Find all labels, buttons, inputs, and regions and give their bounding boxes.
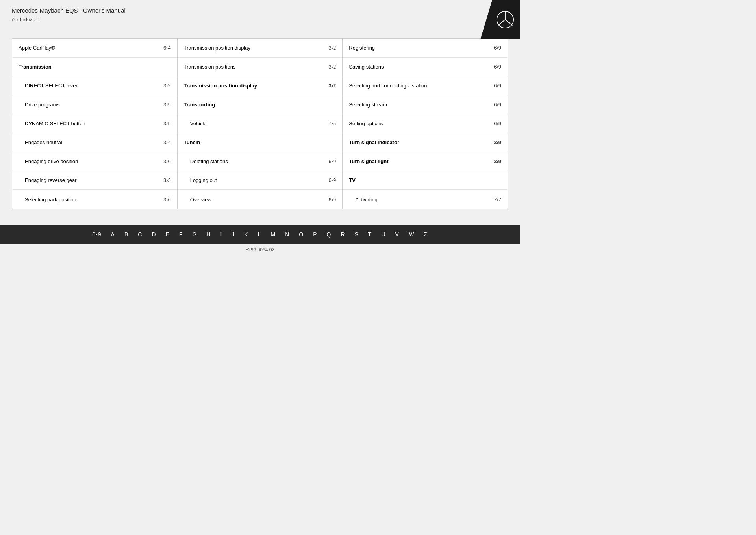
alphabet-nav: 0-9 A B C D E F G H I J K L M N O P Q R …: [0, 225, 520, 244]
logging-out-label: Logging out: [190, 177, 326, 183]
engaging-reverse-label: Engaging reverse gear: [25, 177, 160, 183]
direct-select-page: 3›2: [163, 83, 171, 89]
turn-signal-light-page: 3›9: [494, 158, 501, 164]
selecting-park-page: 3›6: [163, 197, 171, 202]
turn-signal-indicator-label: Turn signal indicator: [349, 139, 491, 145]
selecting-park-label: Selecting park position: [25, 197, 160, 202]
alpha-U[interactable]: U: [376, 230, 390, 238]
alpha-W[interactable]: W: [404, 230, 419, 238]
direct-select-entry[interactable]: DIRECT SELECT lever 3›2: [12, 76, 177, 95]
alpha-A[interactable]: A: [106, 230, 120, 238]
alpha-L[interactable]: L: [253, 230, 266, 238]
tv-label: TV: [349, 177, 501, 183]
selecting-connecting-entry[interactable]: Selecting and connecting a station 6›9: [343, 76, 508, 95]
sep1: ›: [17, 17, 18, 22]
svg-line-2: [498, 20, 505, 26]
sep2: ›: [34, 17, 36, 22]
alpha-G[interactable]: G: [187, 230, 202, 238]
selecting-stream-page: 6›9: [494, 102, 501, 108]
alpha-O[interactable]: O: [294, 230, 308, 238]
vehicle-label: Vehicle: [190, 121, 326, 126]
engaging-drive-entry[interactable]: Engaging drive position 3›6: [12, 152, 177, 171]
svg-line-3: [505, 20, 512, 26]
alpha-Q[interactable]: Q: [322, 230, 336, 238]
header-left: Mercedes-Maybach EQS - Owner's Manual ⌂ …: [12, 7, 126, 22]
setting-options-entry[interactable]: Setting options 6›9: [343, 114, 508, 133]
saving-stations-entry[interactable]: Saving stations 6›9: [343, 58, 508, 76]
drive-programs-entry[interactable]: Drive programs 3›9: [12, 95, 177, 114]
vehicle-page: 7›5: [329, 121, 336, 126]
alpha-S[interactable]: S: [350, 230, 363, 238]
footer: F296 0064 02: [0, 244, 520, 254]
activating-entry[interactable]: Activating 7›7: [343, 190, 508, 209]
alpha-D[interactable]: D: [147, 230, 161, 238]
alpha-E[interactable]: E: [161, 230, 174, 238]
activating-label: Activating: [355, 197, 491, 202]
engaging-reverse-entry[interactable]: Engaging reverse gear 3›3: [12, 171, 177, 190]
alpha-B[interactable]: B: [120, 230, 133, 238]
turn-signal-light-entry: Turn signal light 3›9: [343, 152, 508, 171]
drive-programs-label: Drive programs: [25, 102, 160, 108]
trans-pos-display-entry[interactable]: Transmission position display 3›2: [178, 39, 343, 58]
selecting-connecting-page: 6›9: [494, 83, 501, 89]
alpha-H[interactable]: H: [202, 230, 215, 238]
column-2: Transmission position display 3›2 Transm…: [178, 39, 343, 209]
alpha-V[interactable]: V: [391, 230, 404, 238]
engages-neutral-entry[interactable]: Engages neutral 3›4: [12, 133, 177, 152]
tunein-header: TuneIn: [178, 133, 343, 152]
mercedes-logo: [496, 11, 514, 29]
manual-title: Mercedes-Maybach EQS - Owner's Manual: [12, 7, 126, 14]
breadcrumb-index[interactable]: Index: [20, 17, 33, 22]
trans-pos-display-bold-page: 3›2: [329, 83, 336, 89]
alpha-N[interactable]: N: [280, 230, 294, 238]
trans-positions-entry[interactable]: Transmission positions 3›2: [178, 58, 343, 76]
logging-out-entry[interactable]: Logging out 6›9: [178, 171, 343, 190]
alpha-09[interactable]: 0-9: [87, 230, 106, 238]
index-table: Apple CarPlay® 6›4 Transmission DIRECT S…: [12, 38, 508, 209]
alpha-I[interactable]: I: [215, 230, 227, 238]
registering-page: 6›9: [494, 45, 501, 51]
transmission-header: Transmission: [12, 58, 177, 76]
tunein-label: TuneIn: [184, 139, 336, 145]
overview-page: 6›9: [329, 197, 336, 202]
turn-signal-indicator-entry[interactable]: Turn signal indicator 3›9: [343, 133, 508, 152]
header: Mercedes-Maybach EQS - Owner's Manual ⌂ …: [0, 0, 520, 26]
selecting-park-entry[interactable]: Selecting park position 3›6: [12, 190, 177, 209]
selecting-connecting-label: Selecting and connecting a station: [349, 83, 491, 89]
alpha-M[interactable]: M: [266, 230, 280, 238]
trans-pos-display-bold-entry[interactable]: Transmission position display 3›2: [178, 76, 343, 95]
logo-area: [480, 0, 520, 39]
registering-entry[interactable]: Registering 6›9: [343, 39, 508, 58]
column-3: Registering 6›9 Saving stations 6›9 Sele…: [343, 39, 508, 209]
setting-options-page: 6›9: [494, 121, 501, 126]
overview-entry[interactable]: Overview 6›9: [178, 190, 343, 209]
deleting-stations-label: Deleting stations: [190, 158, 326, 164]
trans-positions-label: Transmission positions: [184, 64, 326, 70]
engaging-reverse-page: 3›3: [163, 177, 171, 183]
alpha-C[interactable]: C: [133, 230, 147, 238]
logging-out-page: 6›9: [329, 177, 336, 183]
dynamic-select-entry[interactable]: DYNAMIC SELECT button 3›9: [12, 114, 177, 133]
direct-select-label: DIRECT SELECT lever: [25, 83, 160, 89]
home-icon[interactable]: ⌂: [12, 16, 15, 22]
alpha-F[interactable]: F: [174, 230, 188, 238]
apple-carplay-entry[interactable]: Apple CarPlay® 6›4: [12, 39, 177, 58]
alpha-P[interactable]: P: [308, 230, 322, 238]
alpha-J[interactable]: J: [227, 230, 239, 238]
alpha-R[interactable]: R: [336, 230, 350, 238]
alpha-Z[interactable]: Z: [419, 230, 432, 238]
saving-stations-label: Saving stations: [349, 64, 491, 70]
main-content: Apple CarPlay® 6›4 Transmission DIRECT S…: [0, 26, 520, 217]
transporting-entry: Transporting: [178, 95, 343, 114]
alpha-K[interactable]: K: [239, 230, 253, 238]
vehicle-entry[interactable]: Vehicle 7›5: [178, 114, 343, 133]
selecting-stream-label: Selecting stream: [349, 102, 491, 108]
alpha-T[interactable]: T: [363, 230, 377, 238]
selecting-stream-entry[interactable]: Selecting stream 6›9: [343, 95, 508, 114]
engaging-drive-label: Engaging drive position: [25, 158, 160, 164]
deleting-stations-entry[interactable]: Deleting stations 6›9: [178, 152, 343, 171]
dynamic-select-page: 3›9: [163, 121, 171, 126]
deleting-stations-page: 6›9: [329, 158, 336, 164]
apple-carplay-page: 6›4: [163, 45, 171, 51]
engages-neutral-page: 3›4: [163, 139, 171, 145]
